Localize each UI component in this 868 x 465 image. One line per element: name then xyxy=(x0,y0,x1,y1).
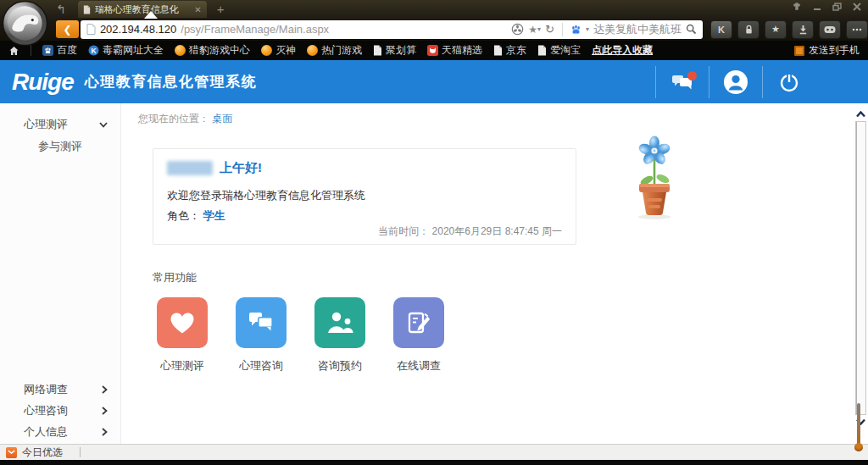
breadcrumb-prefix: 您现在的位置： xyxy=(138,113,209,125)
browser-window: ↰ 瑞格心理教育信息化 ✕ + ❮ 202.194.48.120/psy/Fra… xyxy=(0,0,868,465)
send-to-phone-button[interactable]: 发送到手机 xyxy=(794,43,860,58)
tile-counseling[interactable]: 心理咨询 xyxy=(236,297,287,374)
tile-box xyxy=(157,297,208,348)
blurred-username xyxy=(167,161,213,175)
bookmark-item[interactable]: 聚划算 xyxy=(373,43,416,58)
welcome-message: 欢迎您登录瑞格心理教育信息化管理系统 xyxy=(167,188,562,203)
bookmark-label: 天猫精选 xyxy=(442,43,482,58)
game-center-icon[interactable] xyxy=(819,20,841,39)
sidebar-item-counseling[interactable]: 心理咨询 xyxy=(0,400,120,421)
sidebar-item-label: 心理测评 xyxy=(24,117,68,132)
breadcrumb-desktop-link[interactable]: 桌面 xyxy=(212,113,232,125)
greeting-text: 上午好! xyxy=(220,160,262,176)
window-frame-bottom xyxy=(0,460,868,465)
kingsoft-button[interactable]: K xyxy=(710,20,732,39)
bookmark-item[interactable]: 京东 xyxy=(493,43,526,58)
tile-label: 在线调查 xyxy=(397,358,441,374)
bookmark-item[interactable]: 猎豹游戏中心 xyxy=(175,43,250,58)
minimize-icon[interactable] xyxy=(813,3,821,11)
flower-pot-image xyxy=(625,136,684,224)
lock-icon[interactable] xyxy=(737,20,760,39)
bookmark-label: 聚划算 xyxy=(386,43,416,58)
chat-bubbles-icon xyxy=(248,311,275,335)
sidebar-item-label: 参与测评 xyxy=(38,139,82,154)
tile-box xyxy=(314,297,365,348)
bookmark-item[interactable]: K 毒霸网址大全 xyxy=(88,43,164,58)
address-bar[interactable]: 202.194.48.120/psy/FrameManage/Main.aspx… xyxy=(81,20,703,39)
function-tiles: 心理测评 心理咨询 xyxy=(157,297,854,374)
speed-mode-fan-icon[interactable] xyxy=(511,23,524,36)
sidebar-item-online-survey[interactable]: 网络调查 xyxy=(0,379,120,400)
bookmark-item[interactable]: 爱淘宝 xyxy=(537,43,581,58)
tile-box xyxy=(236,297,287,348)
bookmark-star-icon[interactable]: ★ xyxy=(765,20,787,39)
sidebar-item-personal-info[interactable]: 个人信息 xyxy=(0,421,120,442)
scroll-up-icon[interactable] xyxy=(856,111,865,118)
bookmark-label: 热门游戏 xyxy=(321,43,362,58)
welcome-card: 上午好! 欢迎您登录瑞格心理教育信息化管理系统 角色： 学生 当前时间： 202… xyxy=(153,148,576,245)
refresh-icon[interactable]: ↻ xyxy=(545,23,554,36)
chevron-right-icon xyxy=(102,428,108,436)
browser-tab[interactable]: 瑞格心理教育信息化 ✕ xyxy=(78,1,207,18)
role-label: 角色： xyxy=(167,209,200,222)
restore-icon[interactable] xyxy=(832,3,842,11)
import-bookmarks-link[interactable]: 点此导入收藏 xyxy=(592,43,653,58)
chevron-down-icon xyxy=(99,122,108,128)
sidebar-bottom-group: 网络调查 心理咨询 个人信息 xyxy=(0,379,120,444)
sidebar-nav: 心理测评 参与测评 网络调查 心理咨询 个人信息 xyxy=(0,103,121,444)
menu-ellipsis-icon[interactable] xyxy=(846,20,868,39)
baidu-paw-icon[interactable] xyxy=(570,24,581,35)
sidebar-item-label: 心理咨询 xyxy=(24,403,68,418)
annotation-pen-cursor xyxy=(857,403,860,446)
bookmark-item[interactable]: 热门游戏 xyxy=(307,43,362,58)
content-area: 您现在的位置： 桌面 上午好! 欢迎您登录瑞格心理教育信息化管理系统 角色： 学… xyxy=(121,103,854,444)
orange-ball-icon xyxy=(307,45,318,56)
toolbar-buttons: K ★ xyxy=(710,20,868,39)
search-input[interactable]: 达美复航中美航班 xyxy=(593,22,682,37)
logout-button[interactable] xyxy=(763,60,815,103)
tab-close-icon[interactable]: ✕ xyxy=(194,5,201,14)
cheetah-browser-logo-icon[interactable] xyxy=(2,0,48,47)
tile-label: 心理测评 xyxy=(160,358,204,374)
sidebar-item-psych-assessment[interactable]: 心理测评 xyxy=(0,113,120,136)
bookmark-label: 毒霸网址大全 xyxy=(103,43,164,58)
close-icon[interactable] xyxy=(853,3,861,11)
today-picks-label[interactable]: 今日优选 xyxy=(22,446,63,460)
functions-section-title: 常用功能 xyxy=(153,270,854,285)
tile-online-survey[interactable]: 在线调查 xyxy=(393,297,444,374)
home-icon[interactable] xyxy=(8,46,19,56)
tab-pointer xyxy=(144,11,158,19)
search-engine-caret-icon[interactable]: ▾ xyxy=(586,25,589,33)
new-tab-button[interactable]: + xyxy=(217,2,225,16)
bookmark-item[interactable]: 灭神 xyxy=(261,43,296,58)
undo-arrow-icon[interactable]: ↰ xyxy=(56,3,66,16)
page-icon xyxy=(537,45,547,56)
sidebar-item-take-assessment[interactable]: 参与测评 xyxy=(0,136,120,157)
send-to-phone-label: 发送到手机 xyxy=(809,43,860,58)
sidebar-item-label: 个人信息 xyxy=(24,424,68,440)
bookmark-label: 猎豹游戏中心 xyxy=(189,43,250,58)
url-path: /psy/FrameManage/Main.aspx xyxy=(181,23,329,36)
search-magnifier-icon[interactable] xyxy=(686,24,697,35)
orange-ball-icon xyxy=(175,45,186,56)
chevron-right-icon xyxy=(102,407,108,415)
bookmark-item[interactable]: 天猫精选 xyxy=(427,43,482,58)
favorite-star-icon[interactable]: ★▾ xyxy=(528,24,541,36)
user-icon xyxy=(723,69,748,95)
messages-button[interactable] xyxy=(656,60,709,103)
annotation-pen-tip xyxy=(854,443,863,451)
tab-strip: ↰ 瑞格心理教育信息化 ✕ + xyxy=(0,0,868,18)
role-row: 角色： 学生 xyxy=(167,208,562,224)
download-icon[interactable] xyxy=(792,20,814,39)
duba-k-icon: K xyxy=(88,45,99,56)
tile-appointment[interactable]: 咨询预约 xyxy=(314,297,365,374)
page-icon xyxy=(83,5,91,14)
tile-psych-assessment[interactable]: 心理测评 xyxy=(157,297,208,374)
main-area: 心理测评 参与测评 网络调查 心理咨询 个人信息 xyxy=(0,103,868,444)
theme-icon[interactable] xyxy=(792,2,802,11)
scrollbar-track[interactable] xyxy=(855,121,866,415)
profile-button[interactable] xyxy=(709,60,762,103)
back-button[interactable]: ❮ xyxy=(56,20,79,38)
breadcrumb: 您现在的位置： 桌面 xyxy=(138,112,854,126)
bookmarks-bar: 百度 K 毒霸网址大全 猎豹游戏中心 灭神 热门游戏 聚划算 天猫精选 京东 xyxy=(0,41,868,60)
